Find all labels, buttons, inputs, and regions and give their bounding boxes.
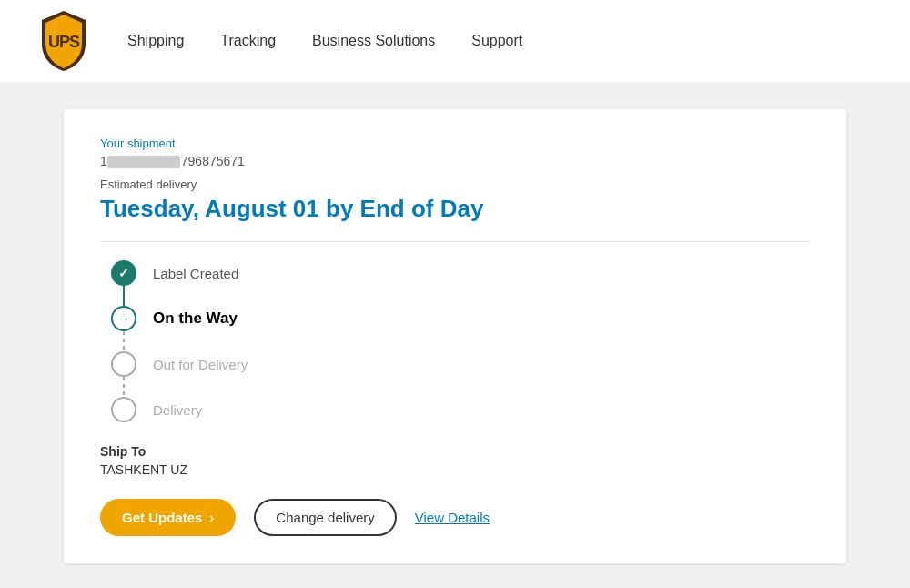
conn1-col bbox=[109, 286, 138, 306]
view-details-button[interactable]: View Details bbox=[415, 501, 490, 534]
conn1-line bbox=[123, 286, 125, 306]
step1-icon: ✓ bbox=[111, 260, 136, 286]
step3-icon bbox=[111, 351, 136, 377]
step3-label: Out for Delivery bbox=[153, 357, 248, 372]
timeline-step-out-for-delivery: Out for Delivery bbox=[109, 351, 810, 377]
get-updates-label: Get Updates bbox=[122, 510, 202, 525]
tracking-blur bbox=[107, 156, 180, 168]
check-icon: ✓ bbox=[118, 266, 129, 280]
step1-label: Label Created bbox=[153, 266, 238, 281]
conn2-col bbox=[109, 331, 138, 351]
step2-icon-col: → bbox=[109, 306, 138, 331]
nav-item-business-solutions[interactable]: Business Solutions bbox=[312, 33, 435, 49]
change-delivery-button[interactable]: Change delivery bbox=[254, 499, 396, 536]
timeline-step-on-the-way: → On the Way bbox=[109, 306, 810, 331]
card-divider bbox=[100, 241, 810, 242]
action-buttons: Get Updates › Change delivery View Detai… bbox=[100, 499, 810, 536]
tracking-suffix: 796875671 bbox=[181, 154, 245, 168]
nav-item-support[interactable]: Support bbox=[471, 33, 522, 49]
ship-to-value: TASHKENT UZ bbox=[100, 462, 810, 477]
main-nav: Shipping Tracking Business Solutions Sup… bbox=[127, 33, 522, 49]
step1-icon-col: ✓ bbox=[109, 260, 138, 286]
conn3-line bbox=[123, 377, 125, 397]
conn2-line bbox=[123, 331, 125, 351]
ship-to-label: Ship To bbox=[100, 444, 810, 459]
step4-label: Delivery bbox=[153, 402, 202, 418]
step2-label: On the Way bbox=[153, 309, 238, 328]
tracking-card: Your shipment 1796875671 Estimated deliv… bbox=[64, 109, 846, 563]
nav-item-shipping[interactable]: Shipping bbox=[127, 33, 184, 49]
nav-item-tracking[interactable]: Tracking bbox=[220, 33, 276, 49]
ups-logo-container[interactable]: UPS bbox=[36, 9, 91, 73]
main-content: Your shipment 1796875671 Estimated deliv… bbox=[0, 82, 910, 588]
shipment-label: Your shipment bbox=[100, 137, 810, 150]
connector-2-3 bbox=[109, 331, 810, 351]
timeline-step-label-created: ✓ Label Created bbox=[109, 260, 810, 286]
connector-1-2 bbox=[109, 286, 810, 306]
step4-icon-col bbox=[109, 397, 138, 422]
site-header: UPS Shipping Tracking Business Solutions… bbox=[0, 0, 910, 82]
tracking-timeline: ✓ Label Created → On the Way bbox=[109, 260, 810, 422]
conn3-col bbox=[109, 377, 138, 397]
estimated-delivery-label: Estimated delivery bbox=[100, 177, 810, 191]
step3-icon-col bbox=[109, 351, 138, 377]
connector-3-4 bbox=[109, 377, 810, 397]
ups-logo-icon: UPS bbox=[36, 9, 91, 73]
get-updates-arrow-icon: › bbox=[209, 510, 214, 525]
tracking-number: 1796875671 bbox=[100, 154, 810, 168]
step2-icon: → bbox=[111, 306, 136, 331]
svg-text:UPS: UPS bbox=[48, 33, 80, 51]
step4-icon bbox=[111, 397, 136, 422]
timeline-step-delivery: Delivery bbox=[109, 397, 810, 422]
get-updates-button[interactable]: Get Updates › bbox=[100, 499, 236, 536]
arrow-icon: → bbox=[117, 311, 130, 326]
estimated-delivery-date: Tuesday, August 01 by End of Day bbox=[100, 195, 810, 223]
